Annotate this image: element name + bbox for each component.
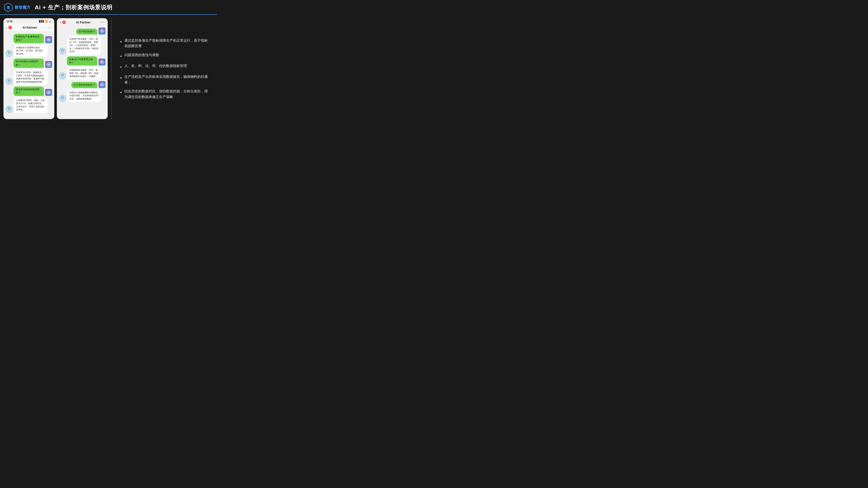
svg-rect-15 [8,79,11,80]
bot-bubble: 目前排产的分数是：70分；同比 -2分；设备故障变化，变更2次；人员安排变化，变… [67,36,101,55]
status-bar-1: 12:02 ▋▋▋ 📶 🔋 [3,18,54,24]
chat-title-2: Ai Partner [76,21,91,24]
svg-point-32 [101,61,103,63]
svg-point-41 [61,97,62,98]
phone-header-1: ‹ 1 AI Partner ··· [3,24,54,32]
svg-rect-22 [8,107,11,108]
chat-row: 谁负责当时的回流焊管控？ [6,87,52,96]
chat-row: 不良率为2.42%；返修率为2.35%；不良率可能是由操作员插件错误导致；返修率… [6,70,52,85]
chat-area-2: 排产情况如何？ 目前排产的分数是：70分；同比 -2分；设备故障变化，变更2次；… [57,25,108,119]
user-avatar [45,89,52,96]
phone-mockup-2: ‹ 1 Ai Partner ··· 排产情况如何？ 目前排产的分数是：70分；… [57,18,108,119]
chat-row: 工程师FRT3845：李栋，入职至今2个月，机械工程专业，大专毕业于：郑州工业职… [6,98,52,113]
svg-point-33 [60,73,65,79]
svg-point-11 [48,64,50,65]
user-bubble: 设备运行与保养情况如何？ [67,56,97,66]
page-header: 魔 数智魔方 Ai + 生产；剖析案例场景说明 [0,0,217,15]
user-avatar [45,36,52,43]
back-icon-2[interactable]: ‹ [60,21,61,24]
bullet-dot: • [120,53,122,60]
bullet-item-5: • 结合历史的数据对比，借助数据挖掘，分析出差距，用为调控后的数据来修正生产策略 [120,89,209,100]
svg-rect-43 [61,97,64,97]
svg-point-40 [60,95,65,101]
status-icons: ▋▋▋ 📶 🔋 [39,20,51,23]
svg-rect-29 [61,49,64,50]
svg-point-26 [60,48,65,54]
signal-icon: ▋▋▋ [39,20,44,23]
svg-point-5 [6,51,12,56]
bullet-dot: • [120,74,122,82]
bullet-text: 生产流程及产出的标准实现数据核实，确保物料的归属者； [124,74,209,85]
svg-point-12 [6,78,12,84]
chat-row: 出入库的情况如何？ [59,81,105,88]
phone-back-area[interactable]: ‹ 1 [6,26,12,29]
status-time: 12:02 [6,20,12,23]
user-bubble: 95.23%是什么原因导致？ [13,59,44,68]
user-bubble: 排产情况如何？ [76,29,97,34]
user-avatar [98,28,105,34]
bullet-item-3: • 人、机、料、法、环、控的数据指标管理 [120,63,209,70]
wifi-icon: 📶 [45,20,48,23]
bot-bubble: 本周的生产直通率分别为：96.72%，97.23%，95.23%，98.63%. [14,45,48,57]
bot-bubble: 设备指标的分数是：82分；故障率 -3%；稼动率 +5%；机器保养按照计划进行，… [67,67,101,79]
user-avatar [98,59,105,65]
bullet-text: 问题原因的查找与调整 [124,52,159,58]
chat-row: 设备指标的分数是：82分；故障率 -3%；稼动率 +5%；机器保养按照计划进行，… [59,67,105,79]
user-bubble: 本周的生产直通率情况如何？ [13,34,44,43]
bullet-item-2: • 问题原因的查找与调整 [120,52,209,60]
right-panel: • 通过监控各项生产指标保障生产的正常运行，高于指标就提醒告警 • 问题原因的查… [115,18,214,119]
svg-point-20 [8,108,9,109]
chat-title-1: AI Partner [23,26,37,29]
battery-icon: 🔋 [49,20,51,23]
svg-point-6 [8,53,9,53]
bot-avatar [6,106,12,113]
svg-point-4 [48,39,50,40]
status-bar-2: ‹ 1 Ai Partner ··· [57,18,108,25]
user-bubble: 谁负责当时的回流焊管控？ [13,87,44,96]
more-menu-icon[interactable]: ··· [48,25,52,30]
bullet-text: 人、机、料、法、环、控的数据指标管理 [124,63,187,69]
svg-point-18 [48,92,50,93]
svg-point-35 [63,75,64,76]
chat-row: 本周的生产直通率情况如何？ [6,34,52,43]
bot-avatar [59,48,66,55]
chat-row: 目前出入库根据领料与质检交付进行评定，不良率依然在2%左右，未能改善此数据。 [59,90,105,102]
bot-avatar [59,72,66,79]
notification-badge: 1 [8,26,12,29]
svg-point-13 [8,80,9,82]
user-avatar [98,81,105,88]
svg-point-27 [61,50,62,51]
user-bubble: 出入库的情况如何？ [71,82,97,88]
bullet-item-1: • 通过监控各项生产指标保障生产的正常运行，高于指标就提醒告警 [120,38,209,49]
more-menu-icon-2[interactable]: ··· [101,20,104,25]
svg-point-14 [9,80,10,82]
bot-bubble: 工程师FRT3845：李栋，入职至今2个月，机械工程专业，大专毕业于：郑州工业职… [14,98,48,113]
svg-point-25 [101,30,103,32]
svg-rect-8 [8,52,11,53]
svg-point-21 [9,108,10,109]
bot-avatar [6,78,12,85]
bullet-text: 结合历史的数据对比，借助数据挖掘，分析出差距，用为调控后的数据来修正生产策略 [124,89,209,100]
logo-text: 数智魔方 [15,5,30,10]
chat-area-1: 本周的生产直通率情况如何？ 本周的生产直通率分别为：96.72%，97.23%，… [3,32,54,119]
bullet-item-4: • 生产流程及产出的标准实现数据核实，确保物料的归属者； [120,74,209,85]
section-divider [111,18,112,119]
svg-point-34 [61,75,62,76]
chat-row: 设备运行与保养情况如何？ [59,56,105,66]
bullet-dot: • [120,89,122,96]
svg-point-7 [9,53,10,53]
logo: 魔 数智魔方 [3,3,30,12]
user-avatar [45,61,52,68]
page-title: Ai + 生产；剖析案例场景说明 [35,4,113,11]
phone-mockup-1: 12:02 ▋▋▋ 📶 🔋 ‹ 1 AI Partner ··· 本周的生产直通… [3,18,54,119]
bot-avatar [6,50,12,57]
main-content: 12:02 ▋▋▋ 📶 🔋 ‹ 1 AI Partner ··· 本周的生产直通… [0,15,217,122]
bot-bubble: 目前出入库根据领料与质检交付进行评定，不良率依然在2%左右，未能改善此数据。 [67,90,101,102]
chat-row: 排产情况如何？ [59,28,105,34]
svg-point-42 [63,97,64,98]
svg-text:魔: 魔 [6,6,10,9]
logo-icon: 魔 [3,3,13,12]
chat-row: 95.23%是什么原因导致？ [6,59,52,68]
bot-bubble: 不良率为2.42%；返修率为2.35%；不良率可能是由操作员插件错误导致；返修率… [14,70,48,85]
back-icon[interactable]: ‹ [6,26,7,29]
